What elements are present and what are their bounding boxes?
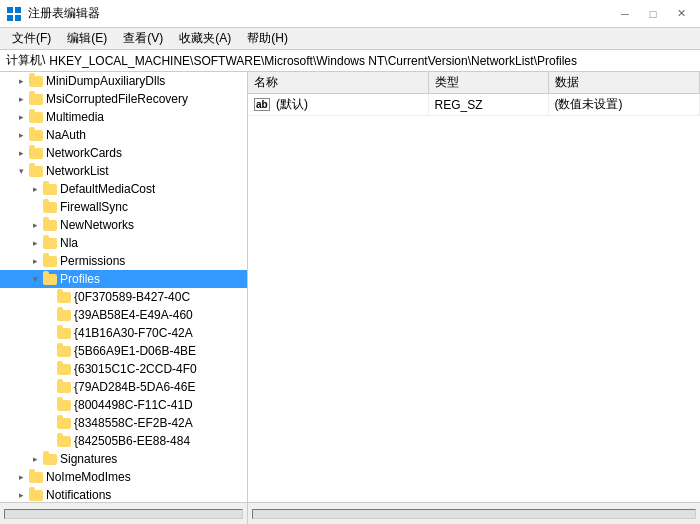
folder-icon-p7 xyxy=(56,397,72,413)
tree-label-profile8: {8348558C-EF2B-42A xyxy=(74,416,193,430)
tree-node-msicorrupted[interactable]: MsiCorruptedFileRecovery xyxy=(0,90,247,108)
tree-arrow-signatures xyxy=(28,450,42,468)
registry-table: 名称 类型 数据 ab (默认) REG_SZ (数值未设置) xyxy=(248,72,700,116)
tree-label-profile5: {63015C1C-2CCD-4F0 xyxy=(74,362,197,376)
tree-node-signatures[interactable]: Signatures xyxy=(0,450,247,468)
svg-rect-2 xyxy=(7,15,13,21)
menu-view[interactable]: 查看(V) xyxy=(115,28,171,49)
folder-icon-p6 xyxy=(56,379,72,395)
folder-icon-6 xyxy=(42,181,58,197)
tree-node-profile4[interactable]: {5B66A9E1-D06B-4BE xyxy=(0,342,247,360)
tree-arrow-minidump xyxy=(14,72,28,90)
tree-label-nla: Nla xyxy=(60,236,78,250)
menu-help[interactable]: 帮助(H) xyxy=(239,28,296,49)
horizontal-scrollbar-left[interactable] xyxy=(4,509,243,519)
ab-icon: ab xyxy=(254,98,270,111)
tree-node-profile9[interactable]: {842505B6-EE88-484 xyxy=(0,432,247,450)
address-path[interactable]: HKEY_LOCAL_MACHINE\SOFTWARE\Microsoft\Wi… xyxy=(49,54,694,68)
folder-icon-p4 xyxy=(56,343,72,359)
col-header-name: 名称 xyxy=(248,72,428,94)
maximize-button[interactable]: □ xyxy=(640,3,666,25)
folder-icon xyxy=(28,73,44,89)
tree-arrow-notifications xyxy=(14,486,28,502)
tree-node-nla[interactable]: Nla xyxy=(0,234,247,252)
tree-node-firewallsync[interactable]: FirewallSync xyxy=(0,198,247,216)
tree-panel: MiniDumpAuxiliaryDlls MsiCorruptedFileRe… xyxy=(0,72,248,502)
col-header-type: 类型 xyxy=(428,72,548,94)
tree-label-firewallsync: FirewallSync xyxy=(60,200,128,214)
address-bar: 计算机\ HKEY_LOCAL_MACHINE\SOFTWARE\Microso… xyxy=(0,50,700,72)
tree-node-networklist[interactable]: NetworkList xyxy=(0,162,247,180)
close-button[interactable]: ✕ xyxy=(668,3,694,25)
menu-edit[interactable]: 编辑(E) xyxy=(59,28,115,49)
tree-arrow-newnetworks xyxy=(28,216,42,234)
tree-arrow-msicorrupted xyxy=(14,90,28,108)
tree-arrow-naauth xyxy=(14,126,28,144)
folder-icon-p3 xyxy=(56,325,72,341)
tree-arrow-defaultmediacost xyxy=(28,180,42,198)
tree-arrow-networkcards xyxy=(14,144,28,162)
minimize-button[interactable]: ─ xyxy=(612,3,638,25)
svg-rect-0 xyxy=(7,7,13,13)
tree-node-newnetworks[interactable]: NewNetworks xyxy=(0,216,247,234)
cell-name-value: (默认) xyxy=(276,97,308,111)
tree-label-newnetworks: NewNetworks xyxy=(60,218,134,232)
menu-file[interactable]: 文件(F) xyxy=(4,28,59,49)
folder-icon-p1 xyxy=(56,289,72,305)
tree-node-networkcards[interactable]: NetworkCards xyxy=(0,144,247,162)
tree-arrow-networklist xyxy=(14,162,28,180)
tree-label-noimodeimes: NoImeModImes xyxy=(46,470,131,484)
main-content: MiniDumpAuxiliaryDlls MsiCorruptedFileRe… xyxy=(0,72,700,502)
tree-node-naauth[interactable]: NaAuth xyxy=(0,126,247,144)
tree-node-defaultmediacost[interactable]: DefaultMediaCost xyxy=(0,180,247,198)
folder-open-icon-profiles xyxy=(42,271,58,287)
folder-icon-9 xyxy=(42,235,58,251)
menu-favorites[interactable]: 收藏夹(A) xyxy=(171,28,239,49)
tree-label-profile1: {0F370589-B427-40C xyxy=(74,290,190,304)
tree-label-profile7: {8004498C-F11C-41D xyxy=(74,398,193,412)
tree-node-profile7[interactable]: {8004498C-F11C-41D xyxy=(0,396,247,414)
tree-label-profile9: {842505B6-EE88-484 xyxy=(74,434,190,448)
tree-label-multimedia: Multimedia xyxy=(46,110,104,124)
tree-label-networklist: NetworkList xyxy=(46,164,109,178)
tree-label-profile3: {41B16A30-F70C-42A xyxy=(74,326,193,340)
tree-node-minidump[interactable]: MiniDumpAuxiliaryDlls xyxy=(0,72,247,90)
address-prefix-label: 计算机\ xyxy=(6,52,45,69)
tree-arrow-noimodeimes xyxy=(14,468,28,486)
tree-node-profile5[interactable]: {63015C1C-2CCD-4F0 xyxy=(0,360,247,378)
tree-label-notifications: Notifications xyxy=(46,488,111,502)
tree-label-defaultmediacost: DefaultMediaCost xyxy=(60,182,155,196)
tree-label-profile6: {79AD284B-5DA6-46E xyxy=(74,380,195,394)
tree-label-profiles: Profiles xyxy=(60,272,100,286)
svg-rect-1 xyxy=(15,7,21,13)
tree-label-minidump: MiniDumpAuxiliaryDlls xyxy=(46,74,165,88)
window-controls: ─ □ ✕ xyxy=(612,3,694,25)
tree-node-noimodeimes[interactable]: NoImeModImes xyxy=(0,468,247,486)
tree-label-profile4: {5B66A9E1-D06B-4BE xyxy=(74,344,196,358)
tree-label-signatures: Signatures xyxy=(60,452,117,466)
tree-node-permissions[interactable]: Permissions xyxy=(0,252,247,270)
tree-node-profiles[interactable]: Profiles xyxy=(0,270,247,288)
tree-node-profile6[interactable]: {79AD284B-5DA6-46E xyxy=(0,378,247,396)
tree-node-notifications[interactable]: Notifications xyxy=(0,486,247,502)
tree-node-profile2[interactable]: {39AB58E4-E49A-460 xyxy=(0,306,247,324)
tree-node-profile1[interactable]: {0F370589-B427-40C xyxy=(0,288,247,306)
menu-bar: 文件(F) 编辑(E) 查看(V) 收藏夹(A) 帮助(H) xyxy=(0,28,700,50)
svg-rect-3 xyxy=(15,15,21,21)
folder-icon-sig xyxy=(42,451,58,467)
tree-node-multimedia[interactable]: Multimedia xyxy=(0,108,247,126)
window-title: 注册表编辑器 xyxy=(28,5,100,22)
folder-icon-notif xyxy=(28,487,44,502)
folder-icon-10 xyxy=(42,253,58,269)
tree-node-profile8[interactable]: {8348558C-EF2B-42A xyxy=(0,414,247,432)
table-row[interactable]: ab (默认) REG_SZ (数值未设置) xyxy=(248,94,700,116)
right-panel: 名称 类型 数据 ab (默认) REG_SZ (数值未设置) xyxy=(248,72,700,502)
status-bar xyxy=(0,502,700,524)
horizontal-scrollbar-right[interactable] xyxy=(252,509,696,519)
app-icon xyxy=(6,6,22,22)
cell-name: ab (默认) xyxy=(248,94,428,116)
folder-icon-nim xyxy=(28,469,44,485)
folder-icon-7 xyxy=(42,199,58,215)
tree-label-permissions: Permissions xyxy=(60,254,125,268)
tree-node-profile3[interactable]: {41B16A30-F70C-42A xyxy=(0,324,247,342)
